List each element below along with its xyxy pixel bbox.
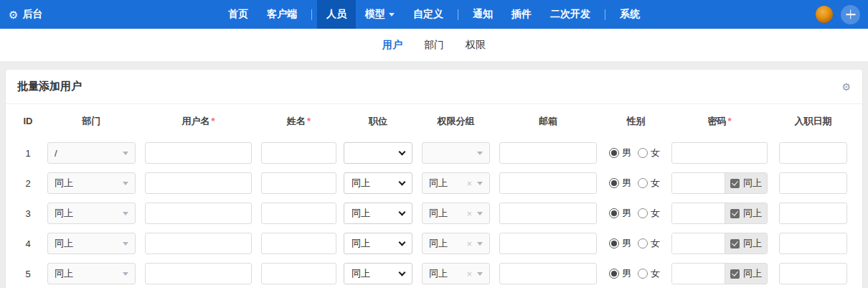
tab-users[interactable]: 用户 [382, 39, 402, 52]
gender-female-radio[interactable] [638, 269, 648, 279]
username-input[interactable] [145, 172, 252, 194]
username-input[interactable] [145, 142, 252, 164]
nav-item-client[interactable]: 客户端 [258, 0, 306, 29]
gender-male-label: 男 [622, 177, 631, 190]
password-same-addon[interactable]: 同上 [725, 233, 767, 254]
dept-select[interactable]: / [47, 142, 136, 164]
email-input[interactable] [499, 233, 597, 254]
password-input[interactable] [672, 173, 725, 194]
position-select[interactable]: 同上 [344, 172, 412, 194]
gender-female-radio[interactable] [638, 178, 648, 188]
dropdown-caret-icon [477, 212, 483, 215]
permission-group-select[interactable]: 同上× [422, 233, 490, 254]
nav-item-home[interactable]: 首页 [219, 0, 258, 29]
nav-item-system[interactable]: 系统 [610, 0, 649, 29]
clear-icon[interactable]: × [466, 238, 472, 249]
topbar: ⚙ 后台 首页 客户端 人员 模型 自定义 通知 插件 二次开发 系统 [0, 0, 868, 29]
select-chevron-icon [399, 178, 406, 185]
password-same-addon[interactable]: 同上 [725, 264, 767, 284]
settings-gear-icon[interactable]: ⚙ [841, 82, 851, 92]
tab-permissions[interactable]: 权限 [466, 39, 486, 52]
password-same-addon[interactable]: 同上 [725, 173, 767, 193]
name-input[interactable] [261, 233, 336, 254]
dropdown-caret-icon [123, 272, 128, 276]
clear-icon[interactable]: × [466, 269, 472, 279]
hire-date-input[interactable] [779, 203, 847, 224]
hire-date-input[interactable] [779, 172, 847, 194]
gender-female-radio[interactable] [638, 208, 648, 218]
nav-item-secondary-dev[interactable]: 二次开发 [541, 0, 600, 29]
permission-group-select[interactable] [422, 142, 490, 164]
dropdown-caret-icon [477, 242, 483, 246]
select-chevron-icon [399, 208, 406, 215]
hire-date-input[interactable] [779, 142, 847, 164]
permission-group-select[interactable]: 同上× [422, 172, 490, 194]
row-id: 5 [17, 269, 39, 279]
nav-item-model[interactable]: 模型 [356, 0, 404, 29]
gender-male-radio[interactable] [609, 178, 619, 188]
gender-male-radio[interactable] [609, 148, 619, 158]
sub-tabbar: 用户 部门 权限 [0, 29, 868, 61]
position-select[interactable]: 同上 [344, 233, 412, 254]
dropdown-caret-icon [123, 152, 128, 155]
email-input[interactable] [499, 172, 597, 194]
add-button[interactable] [841, 5, 860, 24]
password-same-addon[interactable]: 同上 [725, 203, 767, 223]
gender-female-radio[interactable] [638, 148, 648, 158]
col-header-hire-date: 入职日期 [779, 115, 847, 128]
password-input[interactable] [672, 264, 725, 284]
gender-male-radio[interactable] [609, 269, 619, 279]
dept-select[interactable]: 同上 [47, 172, 136, 194]
hire-date-input[interactable] [779, 233, 847, 254]
username-input[interactable] [145, 203, 252, 224]
col-header-name: 姓名* [261, 115, 336, 128]
gender-female-label: 女 [651, 207, 660, 220]
password-input[interactable] [672, 233, 725, 254]
email-input[interactable] [499, 142, 597, 164]
email-input[interactable] [499, 263, 597, 284]
same-checkbox-icon[interactable] [730, 269, 740, 279]
name-input[interactable] [261, 203, 336, 224]
select-chevron-icon [399, 148, 406, 155]
avatar[interactable] [816, 6, 833, 23]
password-group: 同上 [671, 203, 768, 224]
clear-icon[interactable]: × [466, 178, 472, 189]
username-input[interactable] [145, 263, 252, 284]
required-mark: * [727, 116, 731, 126]
email-input[interactable] [499, 203, 597, 224]
permission-group-select[interactable]: 同上× [422, 263, 490, 284]
backend-brand[interactable]: ⚙ 后台 [0, 8, 42, 21]
same-checkbox-icon[interactable] [730, 239, 740, 248]
dept-select[interactable]: 同上 [47, 233, 136, 254]
clear-icon[interactable]: × [466, 208, 472, 219]
same-checkbox-icon[interactable] [730, 209, 740, 218]
nav-item-custom[interactable]: 自定义 [404, 0, 453, 29]
position-select[interactable]: 同上 [344, 203, 412, 224]
gender-female-radio[interactable] [638, 238, 648, 248]
dropdown-caret-icon [477, 182, 483, 185]
password-input[interactable] [671, 142, 768, 164]
name-input[interactable] [261, 263, 336, 284]
nav-item-plugin[interactable]: 插件 [502, 0, 541, 29]
same-checkbox-icon[interactable] [730, 179, 740, 188]
col-header-dept: 部门 [47, 115, 136, 128]
brand-label: 后台 [22, 8, 42, 21]
permission-group-select[interactable]: 同上× [422, 203, 490, 224]
nav-item-personnel[interactable]: 人员 [317, 0, 356, 29]
position-select[interactable] [344, 142, 412, 164]
hire-date-input[interactable] [779, 263, 847, 284]
gender-male-radio[interactable] [609, 238, 619, 248]
dept-select[interactable]: 同上 [47, 203, 136, 224]
dept-select[interactable]: 同上 [47, 263, 136, 284]
same-label: 同上 [743, 207, 762, 220]
name-input[interactable] [261, 172, 336, 194]
username-input[interactable] [145, 233, 252, 254]
nav-item-notice[interactable]: 通知 [463, 0, 502, 29]
gender-female-label: 女 [651, 147, 660, 159]
gender-male-radio[interactable] [609, 208, 619, 218]
tab-departments[interactable]: 部门 [424, 39, 444, 52]
position-select[interactable]: 同上 [344, 263, 412, 284]
password-input[interactable] [672, 203, 725, 224]
name-input[interactable] [261, 142, 336, 164]
gear-icon: ⚙ [9, 9, 18, 20]
